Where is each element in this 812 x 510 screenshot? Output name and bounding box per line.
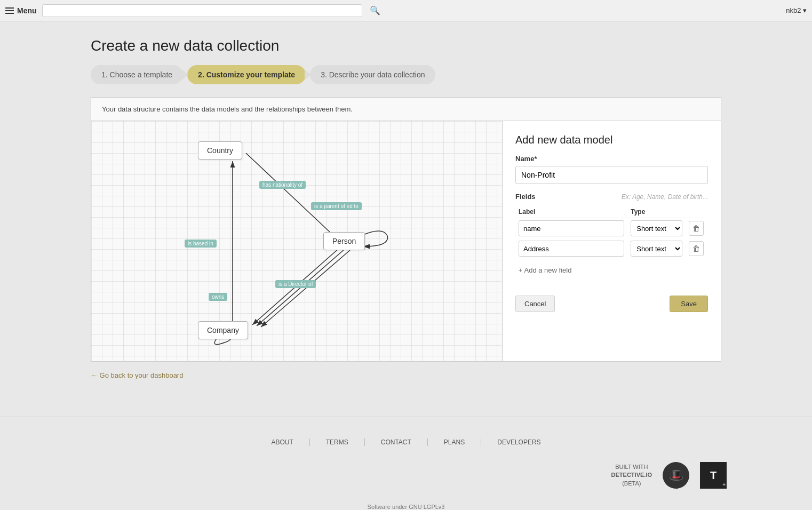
footer-right: BUILT WITH DETECTIVE.IO (BETA) 🎩 T+	[0, 457, 812, 499]
step-choose[interactable]: 1. Choose a template	[91, 65, 183, 84]
step-arrow-1	[182, 69, 188, 80]
name-input[interactable]	[515, 166, 708, 184]
arrows-svg	[91, 121, 502, 361]
add-model-panel: Add new data model Name* Fields Ex: Age,…	[502, 121, 721, 361]
step-describe-label: 3. Describe your data collection	[321, 70, 425, 79]
add-field-button[interactable]: + Add a new field	[515, 264, 575, 276]
edge-parent-of: is a parent of ed to	[311, 202, 362, 210]
footer-link-terms[interactable]: TERMS	[310, 439, 365, 446]
footer-link-about[interactable]: ABOUT	[255, 439, 309, 446]
detective-logo: 🎩	[663, 462, 689, 489]
step-describe[interactable]: 3. Describe your data collection	[310, 65, 435, 84]
fields-label: Fields	[515, 193, 536, 201]
canvas-wrapper: Country Person Company has nationality o…	[91, 121, 721, 362]
dashboard-link-container: ← Go back to your dashboard	[91, 371, 721, 379]
footer-link-plans[interactable]: PLANS	[428, 439, 481, 446]
search-bar	[42, 4, 362, 17]
footer-link-developers[interactable]: DEVELOPERS	[481, 439, 556, 446]
page-title: Create a new data collection	[91, 37, 721, 54]
step-choose-label: 1. Choose a template	[101, 70, 172, 79]
search-button[interactable]: 🔍	[370, 5, 380, 15]
node-company-label: Company	[207, 326, 239, 334]
main-content: Create a new data collection 1. Choose a…	[0, 21, 812, 395]
edge-owns: owns	[209, 293, 227, 301]
info-box: Your data structure contains the data mo…	[91, 97, 721, 121]
name-label: Name*	[515, 155, 708, 163]
menu-label: Menu	[17, 6, 37, 15]
fields-hint: Ex: Age, Name, Date of birth...	[622, 193, 708, 201]
graph-canvas[interactable]: Country Person Company has nationality o…	[91, 121, 502, 361]
user-menu[interactable]: nkb2 ▾	[786, 6, 807, 14]
delete-field-1[interactable]: 🗑	[689, 241, 704, 256]
node-country[interactable]: Country	[198, 141, 242, 160]
footer: ABOUTTERMSCONTACTPLANSDEVELOPERS BUILT W…	[0, 417, 812, 510]
search-input[interactable]	[42, 4, 362, 17]
field-row-1: Short textLong textNumberDateBoolean🗑	[515, 238, 708, 259]
step-customize[interactable]: 2. Customize your template	[187, 65, 306, 84]
info-text: Your data structure contains the data mo…	[102, 105, 353, 113]
built-with: BUILT WITH DETECTIVE.IO (BETA)	[611, 463, 652, 488]
step-customize-label: 2. Customize your template	[198, 70, 295, 79]
node-country-label: Country	[207, 146, 233, 155]
edge-based-in: is based in	[185, 240, 217, 248]
fields-header: Fields Ex: Age, Name, Date of birth...	[515, 193, 708, 201]
footer-nav: ABOUTTERMSCONTACTPLANSDEVELOPERS	[0, 417, 812, 457]
field-type-1[interactable]: Short textLong textNumberDateBoolean	[631, 241, 682, 257]
dashboard-link[interactable]: ← Go back to your dashboard	[91, 371, 183, 379]
step-arrow-2	[305, 69, 311, 80]
node-person-label: Person	[332, 237, 356, 245]
node-company[interactable]: Company	[198, 321, 248, 339]
field-label-0[interactable]	[519, 220, 624, 236]
t-logo: T+	[700, 462, 727, 489]
col-action	[686, 206, 708, 218]
svg-line-1	[246, 153, 337, 238]
save-button[interactable]: Save	[670, 296, 708, 312]
field-row-0: Short textLong textNumberDateBoolean🗑	[515, 218, 708, 239]
hamburger-icon	[5, 7, 14, 14]
menu-button[interactable]: Menu	[5, 6, 37, 15]
edge-director-of: is a Director of	[275, 280, 316, 288]
panel-title: Add new data model	[515, 134, 708, 146]
top-nav: Menu 🔍 nkb2 ▾	[0, 0, 812, 21]
field-label-1[interactable]	[519, 241, 624, 257]
footer-link-contact[interactable]: CONTACT	[365, 439, 428, 446]
edge-has-nationality: has nationality of	[259, 181, 306, 189]
field-type-0[interactable]: Short textLong textNumberDateBoolean	[631, 220, 682, 236]
wizard-steps: 1. Choose a template 2. Customize your t…	[91, 65, 721, 84]
node-person[interactable]: Person	[323, 232, 365, 250]
fields-table: Label Type Short textLong textNumberDate…	[515, 206, 708, 259]
svg-line-5	[261, 250, 350, 327]
delete-field-0[interactable]: 🗑	[689, 221, 704, 236]
footer-bottom: Software under GNU LGPLv3	[0, 499, 812, 510]
cancel-button[interactable]: Cancel	[515, 296, 555, 312]
col-type: Type	[627, 206, 685, 218]
panel-actions: Cancel Save	[515, 296, 708, 312]
col-label: Label	[515, 206, 627, 218]
